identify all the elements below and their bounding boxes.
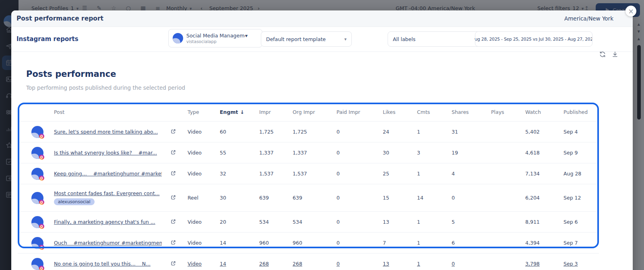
post-link[interactable]: Ouch #marketinghumor #marketingmem... [54,240,162,246]
cell-paid-impr: 0 [336,195,383,201]
col-header-cmts[interactable]: Cmts [417,109,452,115]
date-range-picker[interactable]: Aug 28, 2025 - Sep 25, 2025 vs Jul 30, 2… [475,31,592,47]
external-link-icon[interactable] [171,171,176,177]
section-subtitle: Top performing posts published during th… [26,85,185,91]
instagram-badge-icon [39,175,44,181]
cell-impr: 639 [259,195,293,201]
external-link-icon[interactable] [171,219,176,225]
caret-down-icon: ▾ [344,37,347,42]
cell-cmts: 1 [417,219,452,225]
cell-cmts: 14 [417,195,452,201]
cell-cmts: 3 [417,150,452,156]
cell-type: Video [188,261,220,267]
instagram-badge-icon [39,245,44,250]
table-row: Is this what synergy looks like? #mar...… [18,142,599,163]
profile-avatar [31,192,43,204]
cell-watch: 7,134 [525,171,564,177]
cell-watch: 8,911 [525,219,564,225]
cell-impr: 268 [259,261,293,267]
cell-paid-impr: 0 [336,240,383,246]
col-header-likes[interactable]: Likes [383,109,417,115]
cell-shares: 19 [452,150,491,156]
refresh-icon[interactable] [599,51,606,58]
cell-likes: 13 [383,261,417,267]
col-header-org-impr[interactable]: Org Impr [293,109,336,115]
post-link[interactable]: Finally, a marketing agency that's fun .… [54,219,155,225]
cell-published: Aug 28 [564,171,591,177]
col-header-watch[interactable]: Watch [525,109,564,115]
external-link-icon[interactable] [171,261,176,267]
instagram-badge-icon [39,134,44,139]
report-template-dropdown[interactable]: Default report template ▾ [261,31,352,47]
cell-paid-impr: 0 [336,261,383,267]
instagram-badge-icon [39,224,44,229]
cell-published: Sep 12 [564,195,591,201]
col-header-plays[interactable]: Plays [491,109,525,115]
cell-shares: 5 [452,219,491,225]
post-link[interactable]: Sure, let's spend more time talking abo.… [54,129,158,135]
post-link[interactable]: Keep going... #marketinghumor #market... [54,171,162,177]
col-header-post[interactable]: Post [31,109,171,115]
labels-dropdown[interactable]: All labels ▾ [388,31,482,47]
cell-org-impr: 1,725 [293,129,336,135]
table-row: Finally, a marketing agency that's fun .… [18,211,599,232]
report-controls-row: Instagram reports Social Media Managemen… [11,27,633,52]
cell-likes: 15 [383,195,417,201]
post-link[interactable]: Most content fades fast. Evergreen cont.… [54,190,160,196]
download-icon[interactable] [611,51,619,58]
cell-published: Sep 6 [564,219,591,225]
col-header-shares[interactable]: Shares [452,109,491,115]
cell-cmts: 1 [417,240,452,246]
table-header-row: Post Type Engmt↓ Impr Org Impr Paid Impr… [18,103,599,122]
cell-watch: 4,618 [525,150,564,156]
cell-likes: 13 [383,219,417,225]
col-header-paid-impr[interactable]: Paid Impr [336,109,383,115]
col-header-impr[interactable]: Impr [259,109,293,115]
profile-avatar [31,258,43,270]
cell-paid-impr: 0 [336,150,383,156]
cell-published: Sep 7 [564,240,591,246]
cell-type: Video [188,219,220,225]
cell-impr: 1,725 [259,129,293,135]
profile-avatar [31,237,43,249]
cell-org-impr: 639 [293,195,336,201]
col-header-published[interactable]: Published [564,109,591,115]
cell-watch: 5,402 [525,129,564,135]
cell-paid-impr: 0 [336,219,383,225]
cell-impr: 534 [259,219,293,225]
cell-type: Video [188,129,220,135]
modal-timezone-label: America/New York [564,15,633,22]
section-title: Posts performance [26,69,116,79]
external-link-icon[interactable] [171,129,176,135]
cell-org-impr: 268 [293,261,336,267]
sort-desc-icon: ↓ [240,109,244,115]
col-header-engmt[interactable]: Engmt↓ [220,109,259,115]
close-icon[interactable]: × [625,6,636,16]
cell-engmt: 60 [220,129,259,135]
cell-impr: 1,337 [259,150,293,156]
external-link-icon[interactable] [171,195,176,201]
cell-shares: 6 [452,240,491,246]
table-row: Most content fades fast. Evergreen cont.… [18,184,599,211]
cell-engmt: 20 [220,219,259,225]
cell-org-impr: 534 [293,219,336,225]
cell-type: Reel [188,195,220,201]
post-link[interactable]: Is this what synergy looks like? #mar... [54,150,157,156]
external-link-icon[interactable] [171,240,176,246]
cell-cmts: 1 [417,171,452,177]
instagram-badge-icon [39,266,44,270]
table-row: No one is going to tell you this... N...… [18,253,599,270]
instagram-badge-icon [39,155,44,160]
profile-name: Social Media Management Too [186,33,245,39]
table-row: Sure, let's spend more time talking abo.… [18,122,599,142]
cell-shares: 0 [452,195,491,201]
profile-selector[interactable]: Social Media Management Too▾ vistasocial… [168,29,262,47]
post-link[interactable]: No one is going to tell you this... N... [54,261,151,267]
cell-org-impr: 1,337 [293,150,336,156]
cell-type: Video [188,240,220,246]
col-header-type[interactable]: Type [188,109,220,115]
external-link-icon[interactable] [171,150,176,156]
cell-published: Sep 4 [564,129,591,135]
cell-likes: 30 [383,150,417,156]
table-row: Keep going... #marketinghumor #market...… [18,163,599,184]
